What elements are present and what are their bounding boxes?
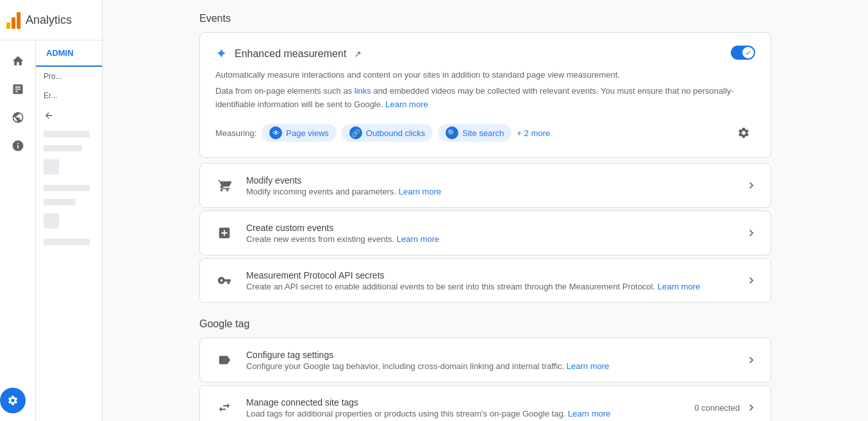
enhanced-measurement-title: Enhanced measurement xyxy=(235,48,346,60)
nav-reports[interactable] xyxy=(5,76,31,102)
enhanced-measurement-card: ✦ Enhanced measurement ↗ Automatically m… xyxy=(199,32,771,158)
measuring-settings-button[interactable] xyxy=(732,121,755,144)
manage-tags-item[interactable]: Manage connected site tags Load tags for… xyxy=(199,385,771,421)
configure-tag-learn-more[interactable]: Learn more xyxy=(567,361,609,371)
modify-events-content: Modify events Modify incoming events and… xyxy=(246,175,745,196)
measuring-label: Measuring: xyxy=(215,128,256,138)
create-events-icon xyxy=(213,221,236,245)
manage-tags-desc: Load tags for additional properties or p… xyxy=(246,409,694,418)
manage-tags-title: Manage connected site tags xyxy=(246,397,694,408)
connected-count: 0 connected xyxy=(694,403,740,413)
google-tag-title: Google tag xyxy=(199,305,771,338)
tag-settings-icon xyxy=(213,348,236,372)
back-button[interactable] xyxy=(36,105,102,126)
enhanced-measurement-toggle[interactable] xyxy=(731,46,755,60)
sidebar-item-pro[interactable]: Pro... xyxy=(36,67,102,86)
nav-advertising[interactable] xyxy=(5,133,31,159)
create-events-chevron xyxy=(745,227,758,239)
more-chip[interactable]: + 2 more xyxy=(517,128,550,138)
modify-events-title: Modify events xyxy=(246,175,745,185)
manage-tags-icon xyxy=(213,396,236,419)
measurement-protocol-title: Measurement Protocol API secrets xyxy=(246,270,745,280)
measurement-protocol-content: Measurement Protocol API secrets Create … xyxy=(246,270,745,291)
create-custom-events-desc: Create new events from existing events. … xyxy=(246,234,745,244)
modify-events-icon xyxy=(213,174,236,197)
outbound-clicks-label: Outbound clicks xyxy=(366,128,426,138)
measurement-protocol-desc: Create an API secret to enable additiona… xyxy=(246,282,745,291)
configure-tag-desc: Configure your Google tag behavior, incl… xyxy=(246,361,745,371)
enhanced-desc-1: Automatically measure interactions and c… xyxy=(215,69,755,82)
measurement-protocol-chevron xyxy=(745,274,758,287)
create-custom-events-title: Create custom events xyxy=(246,223,745,233)
create-custom-events-item[interactable]: Create custom events Create new events f… xyxy=(199,210,771,255)
sidebar-item-er[interactable]: Er... xyxy=(36,86,102,105)
measurement-protocol-item[interactable]: Measurement Protocol API secrets Create … xyxy=(199,258,771,303)
analytics-logo xyxy=(6,11,21,29)
site-search-chip[interactable]: 🔍 Site search xyxy=(438,124,512,142)
enhanced-learn-more-link[interactable]: Learn more xyxy=(385,99,428,109)
modify-events-learn-more[interactable]: Learn more xyxy=(399,187,441,196)
key-icon xyxy=(213,269,236,292)
manage-tags-content: Manage connected site tags Load tags for… xyxy=(246,397,694,418)
configure-tag-content: Configure tag settings Configure your Go… xyxy=(246,350,745,371)
outbound-clicks-chip[interactable]: 🔗 Outbound clicks xyxy=(342,124,433,142)
page-views-chip[interactable]: 👁 Page views xyxy=(262,124,336,142)
modify-events-desc: Modify incoming events and parameters. L… xyxy=(246,187,745,196)
configure-tag-title: Configure tag settings xyxy=(246,350,745,360)
modify-events-chevron xyxy=(745,179,758,192)
measurement-protocol-learn-more[interactable]: Learn more xyxy=(658,282,700,291)
gear-icon xyxy=(737,126,750,139)
main-content: Events ✦ Enhanced measurement ↗ Automati… xyxy=(103,0,868,421)
create-events-learn-more[interactable]: Learn more xyxy=(397,234,439,244)
admin-tab[interactable]: ADMIN xyxy=(36,40,102,67)
configure-tag-item[interactable]: Configure tag settings Configure your Go… xyxy=(199,338,771,382)
sparkle-icon: ✦ xyxy=(215,46,227,62)
create-custom-events-content: Create custom events Create new events f… xyxy=(246,223,745,244)
nav-home[interactable] xyxy=(5,48,31,74)
manage-tags-learn-more[interactable]: Learn more xyxy=(568,409,610,418)
settings-button[interactable] xyxy=(0,388,26,413)
back-icon xyxy=(44,110,54,121)
manage-tags-chevron xyxy=(745,401,758,414)
modify-events-item[interactable]: Modify events Modify incoming events and… xyxy=(199,163,771,208)
configure-tag-chevron xyxy=(745,354,758,366)
enhanced-desc-2: Data from on-page elements such as links… xyxy=(215,85,755,112)
site-search-label: Site search xyxy=(462,128,504,138)
app-title: Analytics xyxy=(26,13,72,27)
events-section-title: Events xyxy=(199,0,771,32)
page-views-label: Page views xyxy=(286,128,328,138)
nav-explore[interactable] xyxy=(5,105,31,130)
